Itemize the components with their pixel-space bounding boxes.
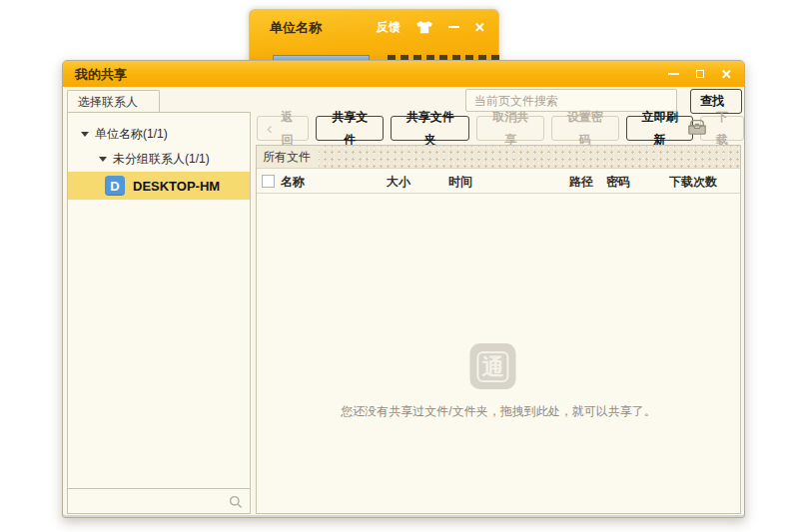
tree-item-ungrouped[interactable]: 未分组联系人(1/1): [68, 147, 250, 172]
title-bar[interactable]: 我的共享 ✕: [63, 61, 744, 87]
theme-shirt-icon[interactable]: [415, 20, 433, 34]
background-window[interactable]: 单位名称 反馈 ✕: [249, 9, 499, 62]
my-share-window: 我的共享 ✕ 选择联系人 单位名称(1/1) 未分组联系人(1/1) D DES…: [62, 60, 745, 518]
feedback-link[interactable]: 反馈: [377, 19, 400, 36]
set-password-button[interactable]: 设置密码: [551, 116, 619, 141]
all-files-bar: 所有文件: [257, 146, 740, 169]
tree-item-label: 未分组联系人(1/1): [113, 151, 210, 168]
watermark-logo-icon: 通: [469, 343, 515, 389]
contact-search-box[interactable]: [67, 488, 251, 514]
contact-avatar-icon: D: [105, 176, 125, 196]
chevron-left-icon: ‹: [267, 120, 273, 137]
empty-state-message: 您还没有共享过文件/文件夹，拖拽到此处，就可以共享了。: [257, 403, 740, 420]
empty-drop-area[interactable]: 通 您还没有共享过文件/文件夹，拖拽到此处，就可以共享了。: [257, 172, 740, 513]
maximize-button[interactable]: [696, 70, 704, 78]
minimize-button[interactable]: [668, 73, 679, 75]
tree-item-label: 单位名称(1/1): [95, 126, 168, 143]
collapse-triangle-icon[interactable]: [99, 157, 107, 162]
refresh-button[interactable]: 立即刷新: [626, 116, 694, 141]
close-button[interactable]: ✕: [721, 68, 732, 81]
search-icon: [229, 495, 243, 509]
toolbar: ‹返回 共享文件 共享文件夹 取消共享 设置密码 立即刷新 下载: [257, 116, 744, 141]
contact-tree: 单位名称(1/1) 未分组联系人(1/1) D DESKTOP-HM: [67, 112, 251, 489]
collapse-triangle-icon[interactable]: [81, 132, 89, 137]
background-window-controls: 反馈 ✕: [377, 18, 485, 36]
back-button[interactable]: ‹返回: [257, 116, 309, 141]
background-window-title: 单位名称: [270, 19, 322, 37]
tab-select-contacts[interactable]: 选择联系人: [67, 90, 160, 113]
tree-item-contact-selected[interactable]: D DESKTOP-HM: [68, 172, 250, 200]
bg-minimize-button[interactable]: [448, 26, 459, 28]
contact-name: DESKTOP-HM: [133, 179, 220, 194]
maximize-icon: [696, 70, 704, 78]
minimize-icon: [448, 26, 459, 28]
window-controls: ✕: [668, 61, 732, 87]
desktop: 单位名称 反馈 ✕ 我的共享 ✕ 选择联系人 单位名称(1/1: [0, 0, 799, 532]
tree-item-org[interactable]: 单位名称(1/1): [68, 122, 250, 147]
all-files-label: 所有文件: [257, 146, 319, 168]
share-folder-button[interactable]: 共享文件夹: [391, 116, 469, 141]
minimize-icon: [668, 73, 679, 75]
inbox-tray-icon[interactable]: [686, 117, 708, 141]
file-list-panel: 所有文件 名称 大小 时间 路径 密码 下载次数 通 您还没有共享过文件/文件夹…: [256, 145, 741, 514]
cancel-share-button[interactable]: 取消共享: [476, 116, 544, 141]
bg-close-button[interactable]: ✕: [474, 21, 485, 34]
window-title: 我的共享: [75, 66, 127, 84]
share-file-button[interactable]: 共享文件: [316, 116, 384, 141]
